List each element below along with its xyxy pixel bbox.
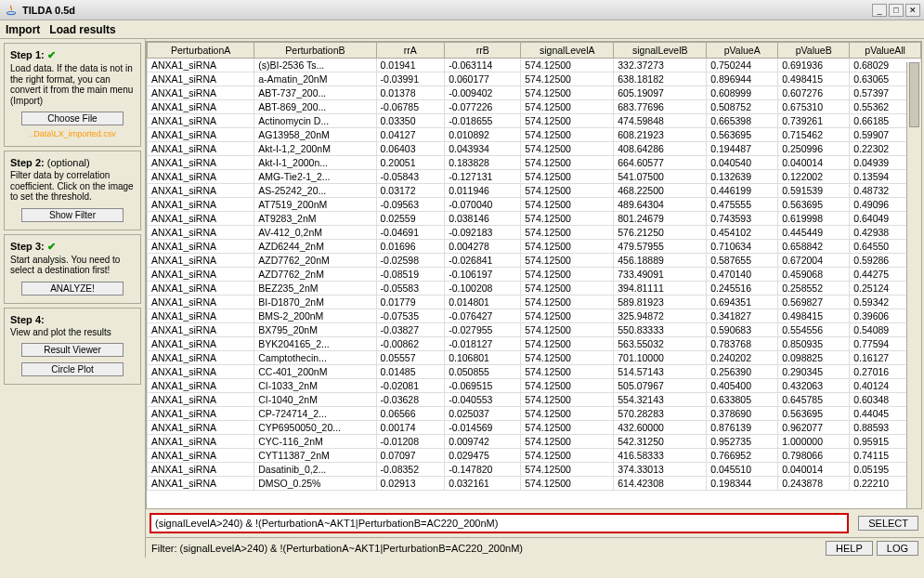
table-row[interactable]: ANXA1_siRNAAkt-I-1,2_200nM0.064030.04393… bbox=[148, 142, 921, 156]
table-cell: -0.147820 bbox=[445, 463, 521, 477]
column-header[interactable]: rrA bbox=[376, 43, 445, 59]
column-header[interactable]: signalLevelA bbox=[521, 43, 614, 59]
table-row[interactable]: ANXA1_siRNAa-Amatin_20nM-0.039910.060177… bbox=[148, 72, 921, 86]
table-row[interactable]: ANXA1_siRNAAMG-Tie2-1_2...-0.05843-0.127… bbox=[148, 170, 921, 184]
scrollbar-vertical[interactable] bbox=[906, 62, 921, 508]
column-header[interactable]: rrB bbox=[445, 43, 521, 59]
table-cell: a-Amatin_20nM bbox=[254, 72, 376, 86]
table-cell: 574.12500 bbox=[521, 59, 614, 72]
table-cell: 0.619998 bbox=[778, 212, 850, 226]
table-cell: ANXA1_siRNA bbox=[148, 282, 254, 296]
table-cell: -0.08352 bbox=[376, 463, 445, 477]
table-cell: AS-25242_20... bbox=[254, 184, 376, 198]
table-row[interactable]: ANXA1_siRNABMS-2_200nM-0.07535-0.0764275… bbox=[148, 309, 921, 323]
table-cell: 0.454102 bbox=[707, 226, 778, 240]
column-header[interactable]: signalLevelB bbox=[614, 43, 707, 59]
table-cell: 733.49091 bbox=[614, 268, 707, 282]
table-row[interactable]: ANXA1_siRNAABT-869_200...-0.06785-0.0772… bbox=[148, 100, 921, 114]
table-cell: 408.64286 bbox=[614, 142, 707, 156]
table-row[interactable]: ANXA1_siRNAABT-737_200...0.01378-0.00940… bbox=[148, 86, 921, 100]
table-cell: 574.12500 bbox=[521, 407, 614, 421]
table-row[interactable]: ANXA1_siRNACI-1033_2nM-0.02081-0.0695155… bbox=[148, 379, 921, 393]
table-row[interactable]: ANXA1_siRNAAkt-I-1_2000n...0.200510.1838… bbox=[148, 156, 921, 170]
table-cell: ANXA1_siRNA bbox=[148, 198, 254, 212]
table-row[interactable]: ANXA1_siRNACI-1040_2nM-0.03628-0.0405535… bbox=[148, 393, 921, 407]
show-filter-button[interactable]: Show Filter bbox=[21, 208, 124, 222]
table-row[interactable]: ANXA1_siRNACamptothecin...0.055570.10680… bbox=[148, 351, 921, 365]
scrollbar-thumb[interactable] bbox=[909, 62, 919, 127]
table-row[interactable]: ANXA1_siRNABI-D1870_2nM0.017790.01480157… bbox=[148, 296, 921, 309]
table-cell: ANXA1_siRNA bbox=[148, 100, 254, 114]
table-cell: -0.077226 bbox=[445, 100, 521, 114]
table-cell: 701.10000 bbox=[614, 351, 707, 365]
table-cell: ANXA1_siRNA bbox=[148, 184, 254, 198]
column-header[interactable]: pValueA bbox=[707, 43, 778, 59]
table-row[interactable]: ANXA1_siRNABYK204165_2...-0.00862-0.0181… bbox=[148, 337, 921, 351]
table-cell: 574.12500 bbox=[521, 463, 614, 477]
table-cell: 801.24679 bbox=[614, 212, 707, 226]
table-row[interactable]: ANXA1_siRNADMSO_0.25%0.029130.032161574.… bbox=[148, 477, 921, 491]
column-header[interactable]: pValueB bbox=[778, 43, 850, 59]
table-row[interactable]: ANXA1_siRNACYP6950050_20...0.00174-0.014… bbox=[148, 421, 921, 435]
table-row[interactable]: ANXA1_siRNAAT9283_2nM0.025590.038146574.… bbox=[148, 212, 921, 226]
table-cell: 0.198344 bbox=[707, 477, 778, 491]
table-row[interactable]: ANXA1_siRNACYC-116_2nM-0.012080.00974257… bbox=[148, 435, 921, 449]
menubar: Import Load results bbox=[0, 20, 924, 39]
analyze-button[interactable]: ANALYZE! bbox=[21, 282, 124, 296]
table-cell: ANXA1_siRNA bbox=[148, 212, 254, 226]
table-row[interactable]: ANXA1_siRNABX795_20nM-0.03827-0.02795557… bbox=[148, 323, 921, 337]
choose-file-button[interactable]: Choose File bbox=[21, 112, 124, 125]
table-cell: 0.743593 bbox=[707, 212, 778, 226]
table-row[interactable]: ANXA1_siRNAAZD7762_2nM-0.08519-0.1061975… bbox=[148, 268, 921, 282]
table-cell: -0.01208 bbox=[376, 435, 445, 449]
table-row[interactable]: ANXA1_siRNAAZD7762_20nM-0.02598-0.026841… bbox=[148, 254, 921, 268]
table-cell: AZD7762_20nM bbox=[254, 254, 376, 268]
menu-load-results[interactable]: Load results bbox=[49, 23, 115, 36]
status-bar: Filter: (signalLevelA>240) & !(Perturbat… bbox=[146, 537, 924, 558]
filter-row: SELECT bbox=[146, 509, 924, 537]
minimize-button[interactable]: _ bbox=[872, 4, 887, 17]
table-cell: CYT11387_2nM bbox=[254, 449, 376, 463]
step4-title: Step 4: bbox=[10, 314, 45, 325]
table-row[interactable]: ANXA1_siRNAActinomycin D...0.03350-0.018… bbox=[148, 114, 921, 128]
menu-import[interactable]: Import bbox=[6, 23, 40, 36]
table-row[interactable]: ANXA1_siRNAAT7519_200nM-0.09563-0.070040… bbox=[148, 198, 921, 212]
table-row[interactable]: ANXA1_siRNACYT11387_2nM0.070970.02947557… bbox=[148, 449, 921, 463]
table-row[interactable]: ANXA1_siRNAAV-412_0,2nM-0.04691-0.092183… bbox=[148, 226, 921, 240]
table-cell: -0.00862 bbox=[376, 337, 445, 351]
column-header[interactable]: PerturbationA bbox=[148, 43, 254, 59]
column-header[interactable]: pValueAll bbox=[850, 43, 921, 59]
close-button[interactable]: ✕ bbox=[905, 4, 920, 17]
circle-plot-button[interactable]: Circle Plot bbox=[21, 362, 124, 376]
data-table[interactable]: PerturbationAPerturbationBrrArrBsignalLe… bbox=[147, 42, 921, 491]
table-cell: 0.03350 bbox=[376, 114, 445, 128]
table-row[interactable]: ANXA1_siRNA(s)BI-2536 Ts...0.01941-0.063… bbox=[148, 59, 921, 72]
table-cell: ANXA1_siRNA bbox=[148, 379, 254, 393]
filter-input[interactable] bbox=[150, 513, 849, 533]
result-viewer-button[interactable]: Result Viewer bbox=[21, 343, 124, 357]
table-cell: 0.896944 bbox=[707, 72, 778, 86]
table-row[interactable]: ANXA1_siRNACC-401_200nM0.014850.05085557… bbox=[148, 365, 921, 379]
table-cell: -0.014569 bbox=[445, 421, 521, 435]
select-button[interactable]: SELECT bbox=[858, 516, 918, 531]
data-table-wrap: PerturbationAPerturbationBrrArrBsignalLe… bbox=[146, 41, 922, 509]
table-cell: 550.83333 bbox=[614, 323, 707, 337]
table-row[interactable]: ANXA1_siRNADasatinib_0,2...-0.08352-0.14… bbox=[148, 463, 921, 477]
table-cell: 0.040014 bbox=[778, 156, 850, 170]
table-cell: 0.050855 bbox=[445, 365, 521, 379]
table-cell: 0.498415 bbox=[778, 309, 850, 323]
maximize-button[interactable]: □ bbox=[889, 4, 904, 17]
log-button[interactable]: LOG bbox=[877, 541, 918, 556]
table-cell: -0.07535 bbox=[376, 309, 445, 323]
step1-box: Step 1: ✔ Load data. If the data is not … bbox=[4, 43, 141, 147]
table-row[interactable]: ANXA1_siRNAAZD6244_2nM0.016960.004278574… bbox=[148, 240, 921, 254]
table-row[interactable]: ANXA1_siRNAAG13958_20nM0.041270.01089257… bbox=[148, 128, 921, 142]
table-row[interactable]: ANXA1_siRNAAS-25242_20...0.031720.011946… bbox=[148, 184, 921, 198]
help-button[interactable]: HELP bbox=[826, 541, 873, 556]
table-row[interactable]: ANXA1_siRNACP-724714_2...0.065660.025037… bbox=[148, 407, 921, 421]
table-cell: BMS-2_200nM bbox=[254, 309, 376, 323]
table-cell: -0.069515 bbox=[445, 379, 521, 393]
table-row[interactable]: ANXA1_siRNABEZ235_2nM-0.05583-0.10020857… bbox=[148, 282, 921, 296]
column-header[interactable]: PerturbationB bbox=[254, 43, 376, 59]
table-cell: 542.31250 bbox=[614, 435, 707, 449]
